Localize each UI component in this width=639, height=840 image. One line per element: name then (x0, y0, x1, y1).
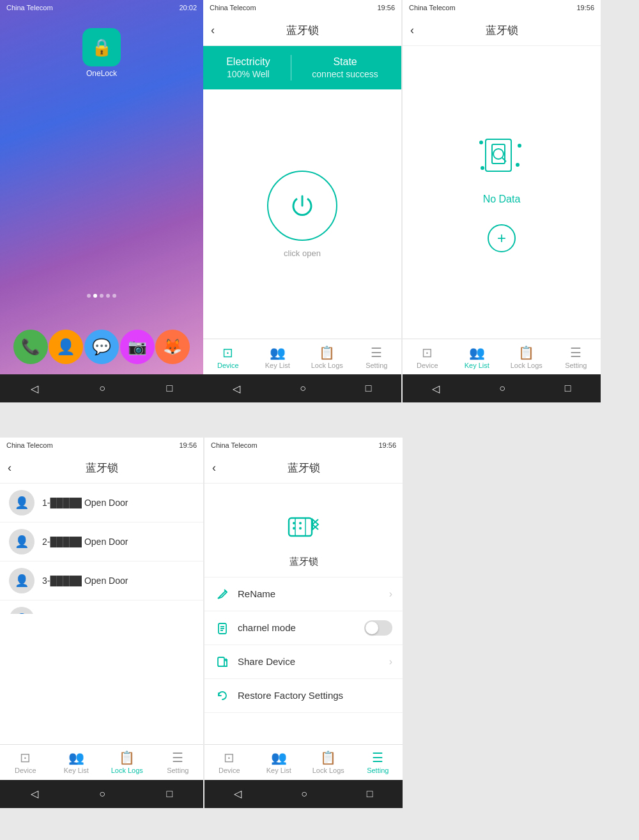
nav-device-phone5[interactable]: ⊡ Device (204, 745, 254, 780)
dock-camera[interactable]: 📷 (120, 330, 155, 364)
recent-btn-p2[interactable]: □ (366, 383, 372, 394)
svg-point-12 (293, 527, 295, 530)
nav-device-phone4[interactable]: ⊡ Device (0, 745, 51, 780)
phone3-keylist: China Telecom 19:56 ‹ 蓝牙锁 (403, 0, 601, 402)
android-nav-phone5: ◁ ○ □ (204, 780, 403, 808)
keylist-nav-icon-p4: 👥 (68, 750, 84, 765)
nav-setting-label-p5: Setting (367, 767, 389, 774)
home-btn-p5[interactable]: ○ (301, 788, 307, 800)
phone1-homescreen: China Telecom 20:02 🔒 OneLock 📞 👤 💬 📷 (0, 0, 203, 402)
app-header-phone2: ‹ 蓝牙锁 (203, 15, 401, 46)
share-label: Share Device (238, 656, 389, 667)
nav-locklogs-label-p5: Lock Logs (312, 767, 344, 774)
charnel-label: charnel mode (238, 622, 364, 633)
restore-label: Restore Factory Settings (238, 690, 392, 701)
recent-btn-p5[interactable]: □ (367, 788, 373, 800)
log-avatar-1: 👤 (9, 490, 35, 515)
rename-icon (215, 586, 230, 602)
nav-setting-phone4[interactable]: ☰ Setting (153, 745, 204, 780)
dock-browser[interactable]: 🦊 (155, 330, 190, 364)
recent-btn-phone1[interactable]: □ (167, 383, 173, 394)
nav-keylist-phone2[interactable]: 👥 Key List (253, 339, 303, 374)
home-btn-phone1[interactable]: ○ (99, 383, 105, 394)
lock-log-list: 👤 1-█████ Open Door 👤 2-█████ Open Door … (0, 484, 203, 614)
settings-share-device[interactable]: Share Device › (204, 645, 403, 679)
device-name-label: 蓝牙锁 (289, 556, 318, 568)
nav-keylist-phone5[interactable]: 👥 Key List (254, 745, 304, 780)
nav-device-label-p3: Device (417, 362, 438, 369)
back-button-phone3[interactable]: ‹ (410, 24, 414, 37)
dock-phone[interactable]: 📞 (13, 330, 48, 364)
settings-list: ReName › charnel mode (204, 577, 403, 713)
back-btn-phone1[interactable]: ◁ (31, 383, 38, 395)
no-data-area: No Data + (403, 46, 601, 339)
onelock-app-icon[interactable]: 🔒 (82, 28, 121, 66)
add-key-button[interactable]: + (488, 224, 516, 252)
svg-rect-18 (218, 657, 224, 666)
log-avatar-2: 👤 (9, 529, 35, 554)
app-title-phone4: 蓝牙锁 (86, 461, 118, 475)
device-icon-nav: ⊡ (222, 345, 233, 360)
time-phone5: 19:56 (378, 441, 396, 449)
svg-point-2 (493, 149, 504, 159)
settings-rename[interactable]: ReName › (204, 577, 403, 611)
status-bar-phone3: China Telecom 19:56 (403, 0, 601, 15)
svg-point-10 (293, 522, 295, 524)
nav-setting-phone2[interactable]: ☰ Setting (352, 339, 402, 374)
nav-setting-phone3[interactable]: ☰ Setting (551, 339, 601, 374)
app-title-phone3: 蓝牙锁 (486, 23, 518, 38)
rename-arrow: › (389, 588, 392, 600)
back-button-phone2[interactable]: ‹ (211, 24, 215, 37)
recent-btn-p4[interactable]: □ (167, 788, 173, 800)
dock-contacts[interactable]: 👤 (49, 330, 83, 364)
back-btn-p3[interactable]: ◁ (432, 383, 440, 395)
device-nav-icon-p5: ⊡ (224, 750, 235, 765)
nav-locklogs-phone3[interactable]: 📋 Lock Logs (502, 339, 551, 374)
nav-keylist-phone3[interactable]: 👥 Key List (452, 339, 502, 374)
carrier-phone5: China Telecom (211, 441, 258, 449)
nav-device-phone3[interactable]: ⊡ Device (403, 339, 452, 374)
nav-locklogs-phone5[interactable]: 📋 Lock Logs (304, 745, 353, 780)
dock-messages[interactable]: 💬 (84, 330, 119, 364)
back-button-phone4[interactable]: ‹ (8, 461, 12, 475)
setting-icon-nav: ☰ (371, 345, 382, 360)
restore-icon (215, 688, 230, 703)
home-btn-p2[interactable]: ○ (300, 383, 306, 394)
power-button[interactable] (267, 171, 337, 241)
back-button-phone5[interactable]: ‹ (212, 461, 216, 475)
electricity-section: Electricity 100% Well (226, 56, 270, 79)
nav-locklogs-phone4[interactable]: 📋 Lock Logs (102, 745, 153, 780)
settings-restore-factory[interactable]: Restore Factory Settings (204, 679, 403, 713)
back-btn-p4[interactable]: ◁ (31, 788, 38, 800)
phone2-device: China Telecom 19:56 ‹ 蓝牙锁 Electricity 10… (203, 0, 401, 402)
nav-device-label: Device (217, 362, 239, 369)
android-nav-phone1: ◁ ○ □ (0, 374, 203, 402)
charnel-toggle[interactable] (364, 620, 392, 636)
log-item-3[interactable]: 👤 3-█████ Open Door (0, 561, 203, 600)
settings-charnel-mode[interactable]: charnel mode (204, 611, 403, 645)
svg-point-5 (518, 144, 521, 147)
nav-locklogs-label-p3: Lock Logs (511, 362, 543, 369)
setting-nav-icon-p4: ☰ (172, 750, 183, 765)
log-item-2[interactable]: 👤 2-█████ Open Door (0, 523, 203, 561)
home-btn-p4[interactable]: ○ (99, 788, 105, 800)
app-header-phone3: ‹ 蓝牙锁 (403, 15, 601, 46)
nav-keylist-label-p3: Key List (465, 362, 489, 369)
no-data-text: No Data (483, 194, 521, 205)
app-header-phone4: ‹ 蓝牙锁 (0, 453, 203, 484)
nav-keylist-phone4[interactable]: 👥 Key List (51, 745, 102, 780)
nav-keylist-label: Key List (265, 362, 290, 369)
electricity-bar: Electricity 100% Well State connect succ… (203, 46, 401, 89)
nav-setting-phone5[interactable]: ☰ Setting (353, 745, 403, 780)
nav-device-phone2[interactable]: ⊡ Device (203, 339, 253, 374)
recent-btn-p3[interactable]: □ (565, 383, 571, 394)
home-btn-p3[interactable]: ○ (499, 383, 505, 394)
log-item-1[interactable]: 👤 1-█████ Open Door (0, 484, 203, 523)
phone5-settings: China Telecom 19:56 ‹ 蓝牙锁 (204, 438, 403, 808)
nav-locklogs-phone2[interactable]: 📋 Lock Logs (302, 339, 352, 374)
carrier-phone2: China Telecom (210, 4, 256, 11)
log-item-4[interactable]: 👤 4-█████ Open Door (0, 600, 203, 614)
back-btn-p5[interactable]: ◁ (234, 788, 242, 800)
back-btn-p2[interactable]: ◁ (233, 383, 240, 395)
locklogs-nav-icon-p4: 📋 (119, 750, 135, 765)
